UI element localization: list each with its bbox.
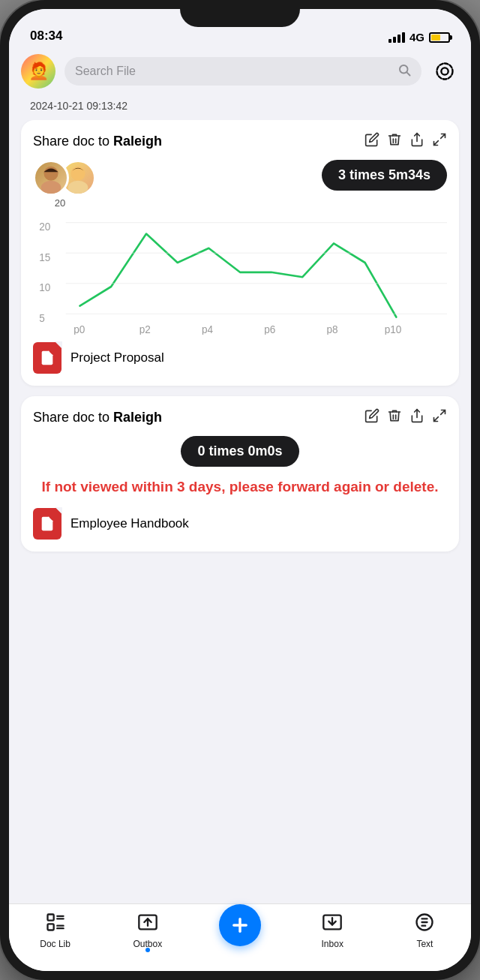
svg-text:p8: p8 [327,324,338,335]
svg-rect-28 [47,924,53,930]
svg-text:p4: p4 [202,324,213,335]
search-placeholder: Search File [75,65,392,78]
svg-text:10: 10 [39,282,50,293]
nav-add[interactable] [194,910,286,946]
svg-text:5: 5 [39,313,45,324]
svg-text:p10: p10 [385,324,402,335]
share-icon[interactable] [410,132,424,151]
avatar-stack [33,160,87,196]
scan-button[interactable] [430,57,459,86]
status-time: 08:34 [30,29,62,44]
inbox-icon [322,912,343,936]
svg-text:20: 20 [39,221,50,233]
svg-point-7 [70,167,85,181]
avatar-count: 20 [55,197,65,209]
svg-rect-27 [47,915,53,921]
svg-text:PDF: PDF [42,359,51,364]
edit-icon[interactable] [364,132,380,151]
card-1-header: Share doc to Raleigh [33,132,447,151]
doc-lib-icon [45,912,66,936]
card-2-header: Share doc to Raleigh [33,408,447,427]
delete-icon[interactable] [387,132,402,151]
nav-text-label: Text [416,939,433,949]
share-icon-2[interactable] [410,408,424,427]
chart-svg-1: 20 15 10 5 p0 p2 p4 p6 p8 p10 [33,215,447,335]
card-2-actions [364,408,447,427]
nav-outbox[interactable]: Outbox [101,910,194,949]
card-1-title: Share doc to Raleigh [33,134,162,149]
svg-point-8 [68,181,88,194]
add-icon[interactable] [219,904,261,946]
share-card-2: Share doc to Raleigh [21,396,459,552]
card-1-actions [364,132,447,151]
svg-text:15: 15 [39,252,50,263]
outbox-dot [146,948,150,952]
status-icons: 4G [388,31,450,44]
avatar-image: 🧑‍🦰 [21,54,56,89]
phone-frame: 08:34 4G 🧑‍🦰 Search File [0,0,480,980]
search-icon [398,63,411,80]
expand-icon-2[interactable] [432,408,447,427]
battery-icon [429,32,450,43]
expand-icon[interactable] [432,132,447,151]
search-bar[interactable]: Search File [64,57,422,86]
text-icon [414,912,435,936]
pill-stats-2: 0 times 0m0s [181,436,298,467]
chart-container-1: 20 15 10 5 p0 p2 p4 p6 p8 p10 [33,215,447,335]
doc-name-1: Project Proposal [70,350,164,365]
app-header: 🧑‍🦰 Search File [9,48,471,96]
svg-point-6 [41,181,62,194]
user-avatar[interactable]: 🧑‍🦰 [21,54,56,89]
scroll-area: Share doc to Raleigh [9,120,471,903]
share-card-1: Share doc to Raleigh [21,120,459,386]
doc-row-2: Employee Handbook [33,508,447,540]
doc-name-2: Employee Handbook [70,516,189,531]
timestamp: 2024-10-21 09:13:42 [30,100,128,112]
pdf-icon-2 [33,508,62,540]
pill-stats-1: 3 times 5m34s [322,160,447,191]
nav-text[interactable]: Text [379,910,471,949]
outbox-icon [137,912,158,936]
nav-inbox[interactable]: Inbox [286,910,379,949]
bottom-nav: Doc Lib Outbox [9,903,471,971]
pdf-icon-1: PDF [33,342,62,374]
delete-icon-2[interactable] [387,408,402,427]
nav-doc-lib[interactable]: Doc Lib [9,910,101,949]
svg-text:p0: p0 [74,324,85,335]
svg-line-1 [406,72,410,75]
signal-bars-icon [388,32,405,43]
svg-point-2 [441,68,448,74]
edit-icon-2[interactable] [364,408,380,427]
card-1-content: 20 3 times 5m34s [33,160,447,209]
svg-point-3 [437,64,453,80]
card-2-title: Share doc to Raleigh [33,410,162,425]
warning-message: If not viewed within 3 days, please forw… [33,477,447,498]
avatar-1 [33,160,69,196]
network-label: 4G [410,31,424,44]
timestamp-row: 2024-10-21 09:13:42 [9,96,471,120]
phone-screen: 08:34 4G 🧑‍🦰 Search File [9,9,471,971]
avatar-group: 20 [33,160,87,209]
notch [180,0,300,27]
svg-text:p6: p6 [264,324,275,335]
svg-text:p2: p2 [140,324,151,335]
nav-doc-lib-label: Doc Lib [40,939,70,949]
nav-inbox-label: Inbox [322,939,344,949]
doc-row-1: PDF Project Proposal [33,342,447,374]
battery-fill [431,35,440,41]
